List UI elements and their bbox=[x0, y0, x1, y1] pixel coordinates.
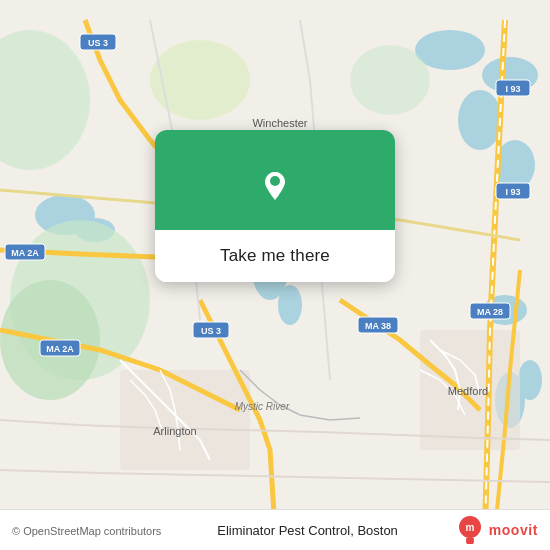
svg-text:MA 2A: MA 2A bbox=[46, 344, 74, 354]
location-name: Eliminator Pest Control, Boston bbox=[217, 523, 398, 538]
card-bottom[interactable]: Take me there bbox=[155, 230, 395, 282]
svg-point-7 bbox=[278, 285, 302, 325]
svg-text:MA 28: MA 28 bbox=[477, 307, 503, 317]
svg-text:MA 38: MA 38 bbox=[365, 321, 391, 331]
svg-text:I 93: I 93 bbox=[505, 187, 520, 197]
svg-text:Mystic River: Mystic River bbox=[235, 401, 290, 412]
svg-text:MA 2A: MA 2A bbox=[11, 248, 39, 258]
svg-text:US 3: US 3 bbox=[201, 326, 221, 336]
map-container: US 3 I 93 I 93 MA 2A MA 2A US 3 MA 38 MA… bbox=[0, 0, 550, 550]
bottom-bar: © OpenStreetMap contributors Eliminator … bbox=[0, 509, 550, 550]
location-card: Take me there bbox=[155, 130, 395, 282]
svg-point-10 bbox=[518, 360, 542, 400]
svg-text:Winchester: Winchester bbox=[252, 117, 307, 129]
take-me-there-button[interactable]: Take me there bbox=[208, 242, 342, 270]
moovit-brand: m moovit bbox=[454, 516, 538, 544]
svg-text:m: m bbox=[465, 522, 474, 533]
svg-point-40 bbox=[270, 176, 280, 186]
svg-text:Medford: Medford bbox=[448, 385, 488, 397]
svg-text:Arlington: Arlington bbox=[153, 425, 196, 437]
osm-attribution: © OpenStreetMap contributors bbox=[12, 521, 161, 539]
svg-point-14 bbox=[150, 40, 250, 120]
card-top bbox=[155, 130, 395, 230]
svg-point-2 bbox=[458, 90, 502, 150]
location-pin-icon bbox=[249, 158, 301, 210]
moovit-label: moovit bbox=[489, 522, 538, 538]
svg-text:US 3: US 3 bbox=[88, 38, 108, 48]
moovit-logo-icon: m bbox=[454, 516, 486, 544]
osm-credit-text: © OpenStreetMap contributors bbox=[12, 525, 161, 537]
svg-text:I 93: I 93 bbox=[505, 84, 520, 94]
svg-point-13 bbox=[0, 30, 90, 170]
svg-point-15 bbox=[350, 45, 430, 115]
